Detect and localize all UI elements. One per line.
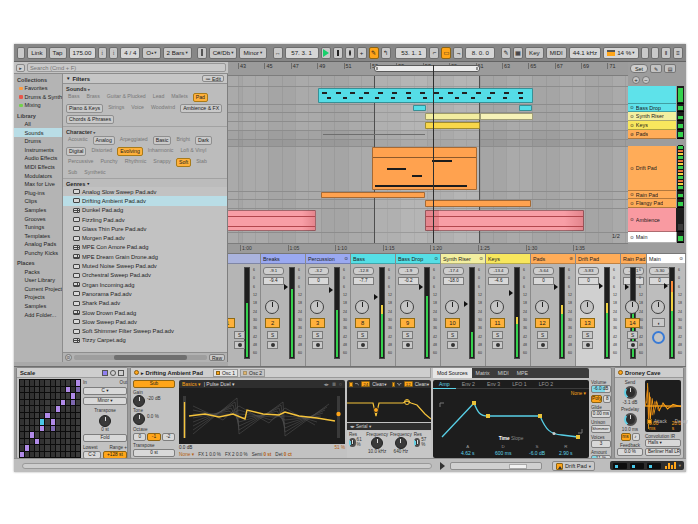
track-state-icon[interactable]: ⊙ bbox=[630, 123, 634, 128]
filters-toggle-icon[interactable]: ▼ bbox=[66, 76, 70, 81]
nudge-down-icon[interactable]: ⦙ bbox=[98, 47, 107, 59]
scale-grid-cell[interactable] bbox=[66, 439, 70, 445]
scale-grid-cell[interactable] bbox=[45, 432, 49, 438]
glide-field[interactable]: 0.00 ms bbox=[591, 410, 611, 418]
attack-field[interactable]: A4.62 s bbox=[461, 444, 475, 456]
clip-synth-riser[interactable] bbox=[480, 113, 533, 120]
scale-grid-cell[interactable] bbox=[45, 413, 49, 419]
zoom-out-icon[interactable]: − bbox=[642, 76, 650, 84]
sidebar-item[interactable]: Sounds bbox=[14, 128, 62, 137]
scale-grid-cell[interactable] bbox=[35, 406, 39, 412]
voice-count-menu[interactable]: 8 bbox=[603, 395, 611, 403]
solo-button[interactable]: S bbox=[492, 331, 503, 339]
scale-grid-cell[interactable] bbox=[51, 393, 55, 399]
track-state-icon[interactable]: ⊘ bbox=[569, 256, 573, 261]
scale-grid-cell[interactable] bbox=[76, 387, 80, 393]
list-item[interactable]: Tizzy Carpet.adg bbox=[63, 336, 227, 345]
scale-grid-cell[interactable] bbox=[20, 426, 24, 432]
filter-response-display[interactable] bbox=[347, 388, 431, 422]
filter-tag[interactable]: Punchy bbox=[98, 158, 119, 167]
mixer-strip[interactable]: Keys -13.4 -4.6 6 0 6 12 18 24 30 36 42 … bbox=[486, 254, 531, 367]
filter-tag[interactable]: Inharmonic bbox=[146, 147, 176, 156]
filter-tag[interactable]: Soft bbox=[176, 158, 191, 167]
sidebar-item[interactable]: Current Project bbox=[14, 284, 62, 293]
scale-grid-cell[interactable] bbox=[51, 419, 55, 425]
scale-grid-cell[interactable] bbox=[61, 400, 65, 406]
arm-button[interactable] bbox=[357, 341, 368, 349]
list-item[interactable]: Muted Noise Sweep Pad.adv bbox=[63, 261, 227, 270]
mod-tab[interactable]: MIDI bbox=[494, 368, 513, 378]
scale-mode-select[interactable]: Minor ▾ bbox=[83, 397, 127, 405]
poly-toggle[interactable]: Poly bbox=[591, 395, 602, 403]
track-activator[interactable]: 3 bbox=[310, 318, 325, 328]
fader-handle[interactable] bbox=[625, 284, 629, 290]
track-state-icon[interactable]: ⊙ bbox=[630, 201, 634, 206]
sidebar-item[interactable]: Samples bbox=[14, 206, 62, 215]
scale-grid-cell[interactable] bbox=[35, 439, 39, 445]
release-field[interactable]: R2.90 s bbox=[559, 444, 573, 456]
track-activator[interactable]: 9 bbox=[400, 318, 415, 328]
mod-tab[interactable]: MPE bbox=[513, 368, 532, 378]
filter-routing-menu[interactable]: ◂▸ Serial ▾ bbox=[347, 423, 431, 430]
clip-bass-drop[interactable] bbox=[413, 105, 426, 111]
unison-mode-menu[interactable]: Shimmer ▾ bbox=[591, 425, 611, 433]
scale-grid-cell[interactable] bbox=[66, 387, 70, 393]
scale-grid-cell[interactable] bbox=[61, 426, 65, 432]
sub-tone-value[interactable]: 0.0 % bbox=[147, 414, 159, 419]
gain-field[interactable]: -7.7 bbox=[353, 277, 374, 285]
solo-button[interactable]: S bbox=[234, 331, 245, 339]
filter-tag[interactable]: Acoustic bbox=[66, 136, 90, 145]
character-filter-label[interactable]: Character bbox=[66, 129, 224, 135]
filter-tag[interactable]: Lead bbox=[151, 93, 167, 102]
filter1-freq-knob[interactable] bbox=[371, 437, 383, 449]
scale-grid-cell[interactable] bbox=[45, 452, 49, 458]
scale-grid-cell[interactable] bbox=[25, 432, 29, 438]
punch-out-icon[interactable]: ¬ bbox=[453, 47, 463, 59]
scale-grid-cell[interactable] bbox=[30, 387, 34, 393]
track-state-icon[interactable]: ⊙ bbox=[630, 217, 634, 222]
list-item[interactable]: Dunkel Pad.adg bbox=[63, 206, 227, 215]
scale-grid-cell[interactable] bbox=[56, 419, 60, 425]
list-item[interactable]: MPE Dream Grain Drone.adg bbox=[63, 252, 227, 261]
filter1-mode-menu[interactable]: Clean▾ bbox=[372, 382, 386, 387]
scale-grid-cell[interactable] bbox=[66, 406, 70, 412]
scale-grid-cell[interactable] bbox=[20, 400, 24, 406]
sub-tone-knob[interactable] bbox=[133, 413, 145, 425]
scale-grid-cell[interactable] bbox=[40, 445, 44, 451]
loop-toggle-icon[interactable]: ▭ bbox=[441, 47, 451, 59]
scale-grid-cell[interactable] bbox=[25, 387, 29, 393]
library-header[interactable]: Library bbox=[14, 110, 62, 120]
arrangement-position-display[interactable]: 57. 3. 1 bbox=[285, 47, 319, 59]
sidebar-item[interactable]: Projects bbox=[14, 293, 62, 302]
pan-knob[interactable] bbox=[580, 300, 594, 314]
scale-mode-icon[interactable] bbox=[197, 47, 207, 59]
arm-button[interactable] bbox=[402, 341, 413, 349]
scale-grid-cell[interactable] bbox=[61, 452, 65, 458]
arm-button[interactable] bbox=[627, 341, 638, 349]
clip-bass[interactable] bbox=[318, 88, 533, 103]
solo-button[interactable]: S bbox=[402, 331, 413, 339]
feedback-field[interactable]: 0.0 % bbox=[617, 448, 643, 456]
scale-grid-cell[interactable] bbox=[56, 432, 60, 438]
scale-grid-cell[interactable] bbox=[56, 439, 60, 445]
pan-knob[interactable] bbox=[625, 300, 639, 314]
scale-grid-cell[interactable] bbox=[56, 380, 60, 386]
scale-grid-cell[interactable] bbox=[61, 380, 65, 386]
scale-grid-cell[interactable] bbox=[25, 439, 29, 445]
scale-grid-cell[interactable] bbox=[61, 419, 65, 425]
ir-file-menu[interactable]: Berliner Hall LR bbox=[645, 448, 681, 456]
scale-grid-cell[interactable] bbox=[20, 445, 24, 451]
scale-grid-cell[interactable] bbox=[20, 439, 24, 445]
scale-grid-cell[interactable] bbox=[40, 452, 44, 458]
scale-grid-cell[interactable] bbox=[61, 432, 65, 438]
track-header[interactable]: ⊙ Flangy Pad bbox=[628, 199, 684, 208]
horizontal-scrollbar[interactable] bbox=[74, 355, 207, 360]
filter-tag[interactable]: Chords & Phrases bbox=[66, 115, 114, 124]
sidebar-item[interactable]: Templates bbox=[14, 232, 62, 241]
gain-field[interactable]: -4.6 bbox=[488, 277, 509, 285]
filter-tag[interactable]: Dark bbox=[195, 136, 212, 145]
sidebar-item[interactable]: User Library bbox=[14, 276, 62, 285]
amp-envelope-display[interactable] bbox=[436, 397, 586, 439]
list-item[interactable]: Organ Incoming.adg bbox=[63, 280, 227, 289]
filter-tag[interactable]: Lofi & Vinyl bbox=[178, 147, 208, 156]
